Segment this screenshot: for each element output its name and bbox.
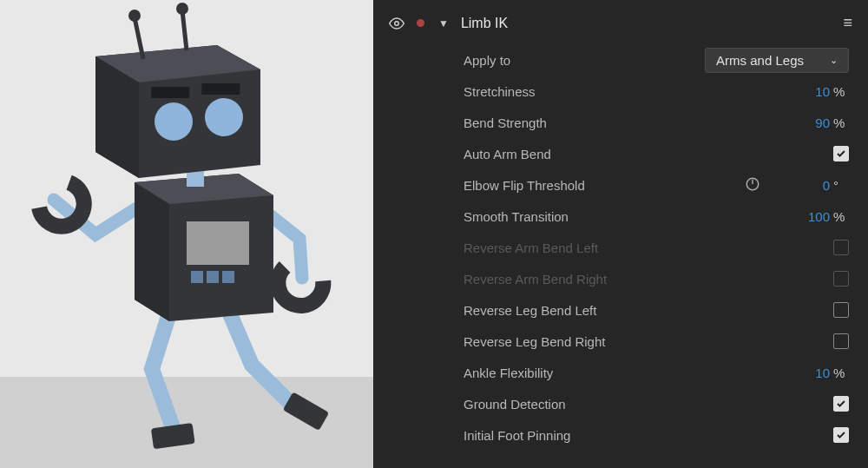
record-icon[interactable] [417,19,424,27]
property-unit: % [833,366,849,380]
property-reverse-leg-bend-right: Reverse Leg Bend Right [373,326,868,357]
reverse-leg-left-checkbox[interactable] [833,302,849,318]
dropdown-value: Arms and Legs [716,53,804,68]
svg-line-19 [182,10,187,50]
panel-title: Limb IK [461,16,508,31]
property-unit: % [833,209,849,224]
panel-header: ▼ Limb IK ≡ [373,7,868,39]
ankle-flexibility-value[interactable]: 10 [795,366,830,380]
property-apply-to: Apply to Arms and Legs ⌄ [373,44,868,76]
property-label: Bend Strength [464,115,795,130]
svg-rect-1 [151,423,195,449]
svg-point-14 [205,98,243,136]
property-label: Smooth Transition [464,209,795,224]
property-reverse-arm-bend-right: Reverse Arm Bend Right [373,263,868,294]
property-label: Stretchiness [464,84,795,99]
collapse-icon[interactable]: ▼ [438,17,449,30]
property-label: Initial Foot Pinning [464,428,833,443]
property-label: Reverse Leg Bend Left [464,303,833,318]
property-bend-strength: Bend Strength 90 % [373,107,868,138]
visibility-icon[interactable] [389,16,404,31]
stretchiness-value[interactable]: 10 [795,84,830,99]
smooth-transition-value[interactable]: 100 [795,209,830,224]
reverse-leg-right-checkbox[interactable] [833,333,849,349]
properties-list: Apply to Arms and Legs ⌄ Stretchiness 10… [373,39,868,451]
auto-arm-bend-checkbox[interactable] [833,146,849,161]
svg-rect-8 [222,271,234,283]
properties-panel: ▼ Limb IK ≡ Apply to Arms and Legs ⌄ Str… [373,0,868,468]
property-label: Auto Arm Bend [464,147,833,161]
svg-marker-4 [135,182,169,321]
property-ankle-flexibility: Ankle Flexibility 10 % [373,357,868,388]
reverse-arm-left-checkbox [833,240,849,255]
property-elbow-flip-threshold: Elbow Flip Threshold 0 ° [373,169,868,201]
property-auto-arm-bend: Auto Arm Bend [373,138,868,169]
chevron-down-icon: ⌄ [830,55,838,66]
elbow-flip-value[interactable]: 0 [795,178,830,193]
property-stretchiness: Stretchiness 10 % [373,76,868,107]
svg-rect-15 [151,87,189,98]
svg-point-20 [176,3,188,15]
svg-point-21 [395,21,399,25]
menu-icon[interactable]: ≡ [843,14,852,32]
apply-to-dropdown[interactable]: Arms and Legs ⌄ [705,48,849,73]
svg-rect-16 [201,83,240,95]
property-label: Reverse Arm Bend Left [464,241,833,255]
property-label: Ground Detection [464,397,833,412]
property-reverse-leg-bend-left: Reverse Leg Bend Left [373,294,868,326]
initial-foot-pinning-checkbox[interactable] [833,427,849,443]
preview-panel [0,0,373,468]
bend-strength-value[interactable]: 90 [795,115,830,130]
svg-point-18 [128,10,141,22]
property-initial-foot-pinning: Initial Foot Pinning [373,419,868,451]
svg-point-13 [155,102,193,141]
svg-rect-5 [187,221,249,265]
property-label: Ankle Flexibility [464,366,795,380]
property-unit: % [833,115,849,130]
property-ground-detection: Ground Detection [373,388,868,419]
property-label: Elbow Flip Threshold [464,178,745,193]
property-reverse-arm-bend-left: Reverse Arm Bend Left [373,232,868,263]
property-smooth-transition: Smooth Transition 100 % [373,201,868,232]
property-label: Reverse Leg Bend Right [464,334,833,349]
svg-rect-7 [207,271,219,283]
ground-detection-checkbox[interactable] [833,396,849,412]
property-label: Apply to [464,53,705,68]
svg-rect-6 [191,271,203,283]
property-unit: % [833,84,849,99]
angle-icon[interactable] [745,176,760,194]
robot-character [0,0,373,468]
property-unit: ° [833,178,849,193]
property-label: Reverse Arm Bend Right [464,272,833,287]
reverse-arm-right-checkbox [833,271,849,287]
